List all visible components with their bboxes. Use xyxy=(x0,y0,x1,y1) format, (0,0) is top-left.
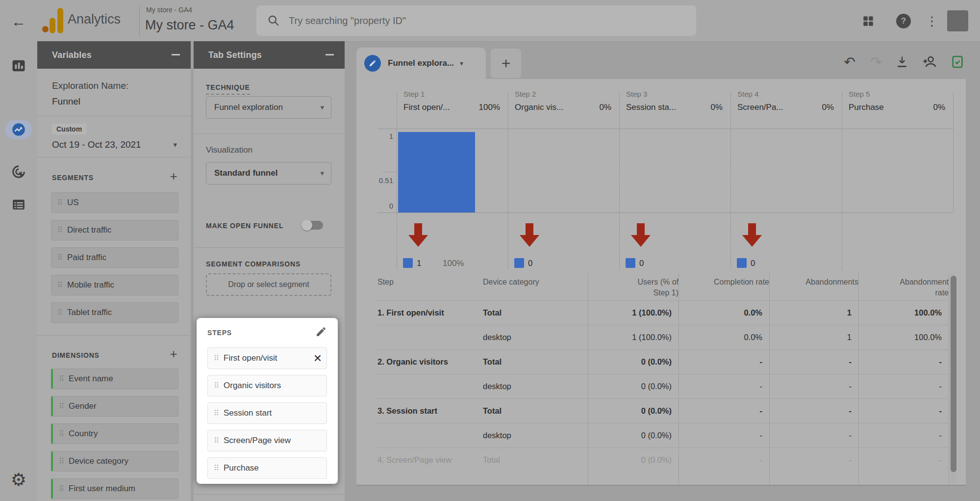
technique-label: TECHNIQUE xyxy=(206,83,250,95)
search-input[interactable]: Try searching "property ID" xyxy=(256,5,696,36)
tab-settings-minimize-button[interactable] xyxy=(326,54,334,55)
dimension-chip-gender[interactable]: ⠿ Gender xyxy=(51,396,178,417)
dimension-label: Country xyxy=(69,429,98,439)
table-header-row: Step Device category Users (% of Step 1)… xyxy=(377,273,949,301)
col-header-abandonment-rate[interactable]: Abandonment rate xyxy=(890,277,949,298)
redo-icon[interactable]: ↷ xyxy=(866,52,886,72)
segment-chip-direct-traffic[interactable]: ⠿ Direct traffic xyxy=(51,220,178,240)
abandonment-arrow-icon xyxy=(631,223,651,247)
divider xyxy=(194,133,345,134)
add-tab-button[interactable]: + xyxy=(491,49,521,78)
col-header-users[interactable]: Users (% of Step 1) xyxy=(620,277,678,298)
divider xyxy=(37,157,191,158)
visualization-dropdown[interactable]: Standard funnel ▾ xyxy=(206,162,331,185)
add-dimension-button[interactable]: + xyxy=(167,347,180,360)
export-sheets-icon[interactable] xyxy=(948,52,967,72)
segment-comparisons-label: SEGMENT COMPARISONS xyxy=(206,260,301,268)
dropdown-caret-icon: ▾ xyxy=(320,169,324,178)
apps-grid-icon[interactable] xyxy=(860,13,877,29)
step-name: Screen/Pa... xyxy=(737,103,783,112)
step-pct: 0% xyxy=(677,103,723,112)
divider xyxy=(194,494,345,495)
nav-configure-icon[interactable] xyxy=(8,194,29,215)
table-column-divider xyxy=(949,273,949,485)
step-name: First open/... xyxy=(403,103,450,112)
y-axis-tick-1: 1 xyxy=(371,132,393,140)
nav-reports-icon[interactable] xyxy=(8,55,29,77)
funnel-bar-step1[interactable] xyxy=(398,132,475,212)
open-funnel-toggle[interactable] xyxy=(302,220,323,231)
table-row: 1. First open/visit Total 1 (100.0%) 0.0… xyxy=(377,300,949,325)
add-segment-button[interactable]: + xyxy=(167,170,180,183)
drag-handle-icon: ⠿ xyxy=(214,464,219,473)
exploration-tab[interactable]: Funnel explora... ▾ xyxy=(356,48,486,79)
logo-bar-tall xyxy=(57,8,63,33)
date-caret-icon[interactable]: ▾ xyxy=(173,140,177,149)
property-switcher[interactable]: My store - GA4 xyxy=(145,18,234,33)
step-chip-organic-visitors[interactable]: ⠿ Organic visitors xyxy=(207,375,327,396)
col-header-abandonments[interactable]: Abandonments xyxy=(791,277,858,288)
scrollbar-thumb[interactable] xyxy=(951,276,956,472)
step-chip-screen-page-view[interactable]: ⠿ Screen/Page view xyxy=(207,430,327,451)
date-range-selector[interactable]: Oct 19 - Oct 23, 2021 xyxy=(52,139,141,150)
step-number: Step 2 xyxy=(515,90,536,98)
segment-chip-paid-traffic[interactable]: ⠿ Paid traffic xyxy=(51,247,178,268)
visualization-value: Standard funnel xyxy=(214,168,277,178)
account-avatar[interactable] xyxy=(947,10,968,31)
funnel-column-divider xyxy=(397,93,397,269)
dimension-chip-country[interactable]: ⠿ Country xyxy=(51,423,178,444)
step-chip-first-open-visit[interactable]: ⠿ First open/visit × xyxy=(207,347,327,369)
col-header-device-category[interactable]: Device category xyxy=(483,277,539,288)
dimensions-label: DIMENSIONS xyxy=(52,351,100,359)
drag-handle-icon: ⠿ xyxy=(59,374,64,383)
table-scrollbar[interactable] xyxy=(951,274,956,484)
remove-step-icon[interactable]: × xyxy=(314,351,322,365)
funnel-column-divider xyxy=(842,93,842,269)
search-icon xyxy=(267,14,280,27)
funnel-column-divider xyxy=(730,93,731,269)
legend-count: 0 xyxy=(528,259,532,268)
dimension-chip-device-category[interactable]: ⠿ Device category xyxy=(51,451,178,472)
drag-handle-icon: ⠿ xyxy=(59,402,64,411)
dimension-chip-event-name[interactable]: ⠿ Event name xyxy=(51,369,178,389)
variables-minimize-button[interactable] xyxy=(172,54,180,55)
analytics-logo-icon[interactable] xyxy=(41,8,64,33)
nav-advertising-icon[interactable] xyxy=(8,161,29,183)
step-chip-purchase[interactable]: ⠿ Purchase xyxy=(207,457,327,479)
edit-steps-pencil-icon[interactable] xyxy=(315,326,328,339)
col-header-completion-rate[interactable]: Completion rate xyxy=(710,277,769,288)
step-pct: 0% xyxy=(899,103,945,112)
segment-drop-zone[interactable]: Drop or select segment xyxy=(206,273,331,296)
technique-value: Funnel exploration xyxy=(214,103,283,112)
technique-dropdown[interactable]: Funnel exploration ▾ xyxy=(206,96,331,119)
exploration-name-label: Exploration Name: xyxy=(52,80,128,91)
admin-gear-icon[interactable]: ⚙ xyxy=(8,469,29,491)
segment-chip-tablet-traffic[interactable]: ⠿ Tablet traffic xyxy=(51,302,178,323)
variables-header: Variables xyxy=(37,41,191,69)
drag-handle-icon: ⠿ xyxy=(214,409,219,418)
divider xyxy=(37,116,191,116)
tab-settings-panel: Tab Settings TECHNIQUE Funnel exploratio… xyxy=(194,41,345,501)
nav-explore-icon[interactable] xyxy=(8,119,29,140)
back-arrow-icon[interactable]: ← xyxy=(8,11,29,32)
segment-chip-mobile-traffic[interactable]: ⠿ Mobile traffic xyxy=(51,275,178,295)
step-label: Organic visitors xyxy=(224,381,281,391)
dimension-chip-first-user-medium[interactable]: ⠿ First user medium xyxy=(51,478,178,499)
dropdown-caret-icon: ▾ xyxy=(320,103,324,112)
share-user-icon[interactable] xyxy=(920,52,939,72)
help-icon[interactable]: ? xyxy=(895,13,912,29)
step-pct: 0% xyxy=(788,103,834,112)
segment-chip-us[interactable]: ⠿ US xyxy=(51,192,178,213)
col-header-step[interactable]: Step xyxy=(377,277,394,288)
funnel-header-separator xyxy=(377,129,953,129)
download-icon[interactable] xyxy=(892,52,912,72)
step-chip-session-start[interactable]: ⠿ Session start xyxy=(207,402,327,424)
exploration-name-value[interactable]: Funnel xyxy=(52,96,80,107)
more-menu-icon[interactable]: ⋮ xyxy=(924,13,940,29)
drag-handle-icon: ⠿ xyxy=(57,253,62,262)
open-funnel-label: MAKE OPEN FUNNEL xyxy=(206,222,283,230)
undo-icon[interactable]: ↶ xyxy=(840,52,859,72)
tab-caret-icon[interactable]: ▾ xyxy=(460,59,463,67)
step-label: Purchase xyxy=(224,463,259,473)
funnel-right-border xyxy=(953,93,954,212)
